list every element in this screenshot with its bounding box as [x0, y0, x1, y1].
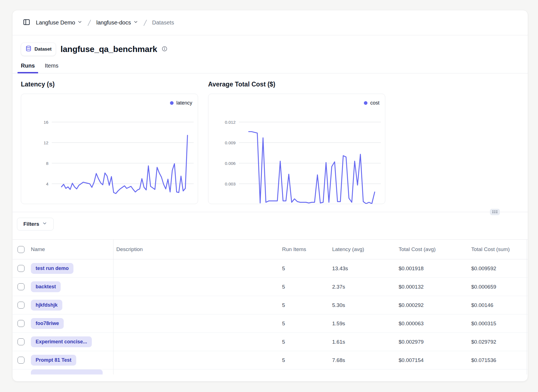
- filters-row: Filters: [13, 212, 528, 239]
- breadcrumb-separator: [142, 19, 148, 27]
- row-checkbox[interactable]: [18, 338, 24, 345]
- run-items-cell: 5: [282, 259, 332, 277]
- row-checkbox-cell: [18, 369, 31, 374]
- svg-text:12: 12: [44, 140, 48, 145]
- total-cost-avg-cell: $0.000292: [399, 296, 471, 314]
- run-items-cell: 5: [282, 333, 332, 351]
- info-icon[interactable]: [162, 46, 167, 53]
- cost-legend[interactable]: cost: [364, 100, 379, 106]
- breadcrumb-org-selector[interactable]: Langfuse Demo: [36, 19, 82, 26]
- table-row-partial[interactable]: [13, 369, 528, 374]
- run-name-cell: test run demo: [31, 259, 113, 277]
- run-description-cell: [113, 369, 282, 374]
- run-name-badge[interactable]: test run demo: [31, 263, 73, 274]
- table-header-row: Name Description Run Items Latency (avg)…: [13, 240, 528, 259]
- svg-text:8: 8: [46, 161, 48, 166]
- total-cost-avg-cell: $0.007154: [399, 351, 471, 369]
- select-all-checkbox[interactable]: [18, 246, 24, 253]
- panel-left-icon: [23, 18, 30, 27]
- run-items-cell: 5: [282, 314, 332, 333]
- chevron-down-icon: [42, 221, 47, 227]
- row-checkbox-cell: [18, 351, 31, 369]
- total-cost-avg-cell: [399, 369, 471, 374]
- breadcrumb-org-label: Langfuse Demo: [36, 19, 75, 26]
- total-cost-sum-cell: $0.000659: [471, 278, 527, 296]
- chevron-down-icon: [133, 19, 138, 26]
- column-header-run-items: Run Items: [282, 240, 332, 259]
- run-description-cell: [113, 351, 282, 369]
- run-description-cell: [113, 314, 282, 333]
- run-name-badge[interactable]: [31, 369, 103, 374]
- svg-text:0.006: 0.006: [225, 161, 236, 166]
- filters-button[interactable]: Filters: [17, 218, 54, 230]
- table-row[interactable]: hjkfdshjk55.30s$0.000292$0.00146: [13, 296, 528, 314]
- column-header-latency-avg: Latency (avg): [332, 240, 399, 259]
- resize-grip-handle[interactable]: [490, 209, 500, 215]
- run-name-badge[interactable]: Prompt 81 Test: [31, 355, 76, 366]
- latency-legend[interactable]: latency: [170, 100, 192, 106]
- row-checkbox[interactable]: [18, 320, 24, 327]
- breadcrumb-separator: [86, 19, 92, 27]
- section-divider: [13, 212, 528, 212]
- latency-avg-cell: 2.37s: [332, 278, 399, 296]
- legend-dot-icon: [170, 101, 174, 105]
- run-name-cell: Prompt 81 Test: [31, 351, 113, 369]
- header-checkbox-cell: [18, 240, 31, 259]
- run-name-badge[interactable]: hjkfdshjk: [31, 300, 62, 311]
- run-description-cell: [113, 333, 282, 351]
- dataset-badge-label: Dataset: [34, 46, 51, 52]
- run-name-cell: [31, 369, 113, 374]
- tab-items[interactable]: Items: [41, 63, 62, 73]
- legend-dot-icon: [364, 101, 367, 105]
- latency-chart-title: Latency (s): [21, 81, 198, 88]
- breadcrumb-project-label: langfuse-docs: [96, 19, 131, 26]
- latency-avg-cell: 7.68s: [332, 351, 399, 369]
- breadcrumb-project-selector[interactable]: langfuse-docs: [96, 19, 138, 26]
- run-items-cell: [282, 369, 332, 374]
- row-checkbox[interactable]: [18, 302, 24, 309]
- table-row[interactable]: foo78riwe51.59s$0.000063$0.000315: [13, 314, 528, 333]
- run-name-badge[interactable]: foo78riwe: [31, 318, 64, 329]
- table-row[interactable]: test run demo513.43s$0.001918$0.009592: [13, 259, 528, 278]
- tab-bar: Runs Items: [13, 63, 528, 73]
- runs-table: Name Description Run Items Latency (avg)…: [13, 239, 528, 374]
- dataset-type-badge: Dataset: [21, 43, 56, 56]
- table-row[interactable]: Prompt 81 Test57.68s$0.007154$0.071536: [13, 351, 528, 369]
- legend-label: cost: [370, 100, 379, 106]
- chevron-down-icon: [77, 19, 82, 26]
- row-checkbox-cell: [18, 259, 31, 277]
- row-checkbox[interactable]: [18, 265, 24, 272]
- breadcrumb-page[interactable]: Datasets: [152, 19, 174, 26]
- row-checkbox-cell: [18, 296, 31, 314]
- row-checkbox[interactable]: [18, 357, 24, 364]
- row-checkbox-cell: [18, 333, 31, 351]
- filters-button-label: Filters: [23, 221, 39, 227]
- cost-chart-title: Average Total Cost ($): [208, 81, 385, 88]
- svg-text:16: 16: [44, 120, 48, 125]
- cost-chart-block: Average Total Cost ($) 0.0030.0060.0090.…: [208, 81, 385, 204]
- database-icon: [25, 45, 32, 53]
- row-checkbox-cell: [18, 278, 31, 296]
- svg-text:0.003: 0.003: [225, 182, 236, 186]
- total-cost-avg-cell: $0.001918: [399, 259, 471, 277]
- column-header-total-cost-avg: Total Cost (avg): [399, 240, 471, 259]
- row-checkbox[interactable]: [18, 283, 24, 290]
- run-items-cell: 5: [282, 296, 332, 314]
- table-row[interactable]: Experiment concise...51.61s$0.002979$0.0…: [13, 333, 528, 351]
- tab-runs[interactable]: Runs: [18, 63, 38, 73]
- total-cost-sum-cell: $0.000315: [471, 314, 527, 333]
- page-title: langfuse_qa_benchmark: [60, 44, 157, 54]
- row-checkbox-cell: [18, 314, 31, 333]
- legend-label: latency: [176, 100, 192, 106]
- run-name-badge[interactable]: backtest: [31, 281, 61, 292]
- latency-avg-cell: [332, 369, 399, 374]
- run-name-badge[interactable]: Experiment concise...: [31, 336, 92, 347]
- run-description-cell: [113, 296, 282, 314]
- table-row[interactable]: backtest52.37s$0.000132$0.000659: [13, 278, 528, 296]
- sidebar-toggle-button[interactable]: [21, 17, 32, 28]
- total-cost-avg-cell: $0.002979: [399, 333, 471, 351]
- run-name-cell: backtest: [31, 278, 113, 296]
- charts-section: Latency (s) 481216 latency Average Total…: [13, 73, 528, 212]
- total-cost-avg-cell: $0.000063: [399, 314, 471, 333]
- total-cost-sum-cell: $0.009592: [471, 259, 527, 277]
